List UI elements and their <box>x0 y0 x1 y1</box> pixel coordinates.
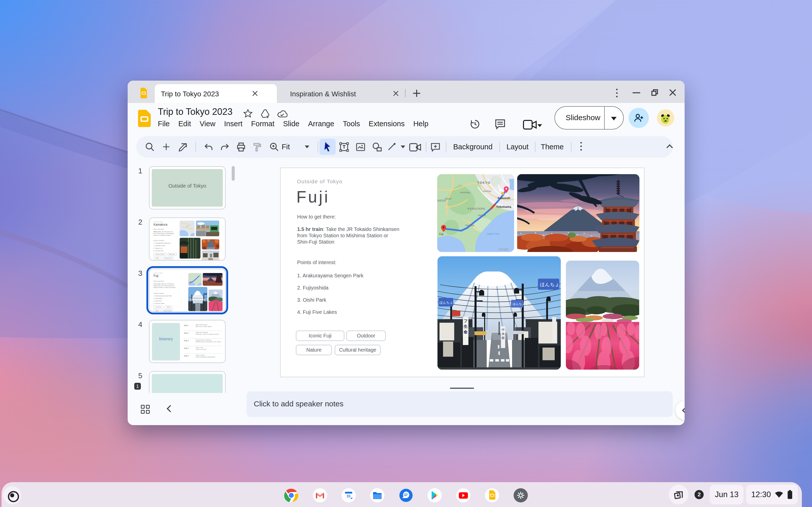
svg-text:生: 生 <box>463 324 468 329</box>
svg-text:Otsuki: Otsuki <box>445 198 451 200</box>
svg-text:Sagami Bay: Sagami Bay <box>487 232 499 235</box>
svg-text:ほんちょう: ほんちょう <box>440 301 456 304</box>
svg-text:央: 央 <box>502 332 505 336</box>
svg-text:ほんちょう: ほんちょう <box>540 282 561 287</box>
svg-text:Uenohara: Uenohara <box>460 191 470 194</box>
svg-text:命: 命 <box>463 330 468 334</box>
svg-text:KANAGAWA: KANAGAWA <box>468 207 485 210</box>
svg-text:フ: フ <box>464 319 468 323</box>
svg-text:Odawara: Odawara <box>465 224 474 227</box>
svg-text:中: 中 <box>502 328 505 332</box>
svg-text:Yokohama: Yokohama <box>496 205 511 209</box>
svg-text:31: 31 <box>347 494 351 498</box>
svg-text:Kawasaki: Kawasaki <box>498 196 510 200</box>
svg-text:Hachioji: Hachioji <box>483 190 491 192</box>
svg-text:Google: Google <box>499 247 509 251</box>
svg-text:ほんちょう: ほんちょう <box>513 302 528 306</box>
svg-text:Fuji: Fuji <box>439 233 443 235</box>
svg-text:Hadano: Hadano <box>478 214 486 217</box>
svg-text:銀: 銀 <box>501 336 505 340</box>
svg-text:TOKYO: TOKYO <box>477 181 491 184</box>
